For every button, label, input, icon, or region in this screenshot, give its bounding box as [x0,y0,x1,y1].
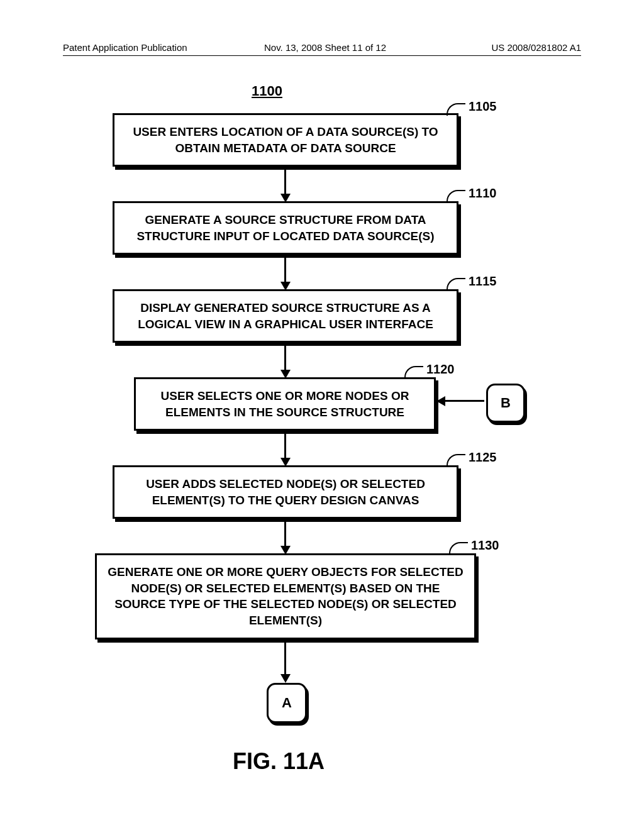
header-publication: Patent Application Publication [63,42,187,53]
page-header: Patent Application Publication Nov. 13, … [63,55,581,69]
figure-number: 1100 [252,83,282,99]
step-box-1125: USER ADDS SELECTED NODE(S) OR SELECTED E… [113,465,458,519]
ref-num-1115: 1115 [469,274,497,289]
step-text-1115: DISPLAY GENERATED SOURCE STRUCTURE AS A … [138,301,433,331]
ref-num-1105: 1105 [469,99,497,114]
ref-num-1120: 1120 [426,362,455,377]
ref-num-1130: 1130 [471,538,499,553]
ref-hook-1120 [404,366,423,379]
step-box-1105: USER ENTERS LOCATION OF A DATA SOURCE(S)… [113,113,458,167]
connector-b-label: B [501,395,511,411]
step-text-1125: USER ADDS SELECTED NODE(S) OR SELECTED E… [146,477,425,507]
arrowhead-1130-a [280,674,291,683]
arrowhead-b-1120 [436,396,445,406]
ref-hook-1110 [447,190,465,202]
step-text-1105: USER ENTERS LOCATION OF A DATA SOURCE(S)… [133,125,438,155]
arrow-b-1120 [440,400,484,402]
connector-a: A [267,683,307,723]
patent-page: Patent Application Publication Nov. 13, … [0,0,644,830]
ref-num-1110: 1110 [469,186,497,201]
step-box-1115: DISPLAY GENERATED SOURCE STRUCTURE AS A … [113,289,458,343]
ref-hook-1105 [447,103,465,116]
figure-caption: FIG. 11A [233,748,325,775]
step-text-1110: GENERATE A SOURCE STRUCTURE FROM DATA ST… [136,213,434,243]
step-box-1130: GENERATE ONE OR MORE QUERY OBJECTS FOR S… [95,553,476,639]
ref-num-1125: 1125 [469,450,497,465]
step-box-1110: GENERATE A SOURCE STRUCTURE FROM DATA ST… [113,201,458,255]
ref-hook-1125 [447,454,465,467]
arrow-1130-a [284,638,286,679]
connector-a-label: A [282,695,292,711]
step-text-1130: GENERATE ONE OR MORE QUERY OBJECTS FOR S… [108,565,464,627]
header-date-sheet: Nov. 13, 2008 Sheet 11 of 12 [264,42,386,53]
step-text-1120: USER SELECTS ONE OR MORE NODES OR ELEMEN… [161,389,409,419]
ref-hook-1115 [447,278,465,290]
step-box-1120: USER SELECTS ONE OR MORE NODES OR ELEMEN… [134,377,436,431]
connector-b: B [486,384,525,423]
ref-hook-1130 [449,542,468,555]
header-pubnum: US 2008/0281802 A1 [491,42,581,53]
